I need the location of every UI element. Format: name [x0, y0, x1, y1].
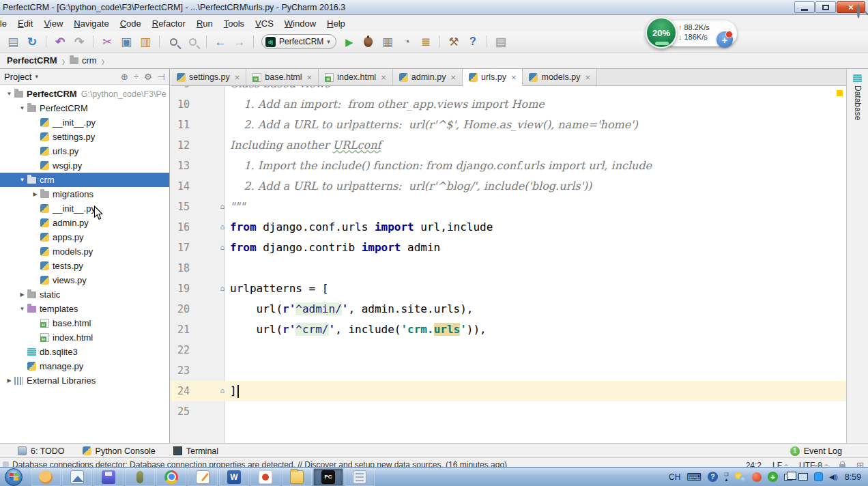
- run-configuration-select[interactable]: djPerfectCRM▾: [261, 34, 336, 49]
- collapse-all-icon[interactable]: ÷: [134, 72, 139, 82]
- tree-item-templates[interactable]: ▼templates: [0, 302, 169, 316]
- menu-item-tools[interactable]: Tools: [218, 16, 250, 31]
- menu-item-vcs[interactable]: VCS: [250, 16, 279, 31]
- editor-area[interactable]: settings.py×base.html×index.html×admin.p…: [171, 69, 846, 443]
- tab-close-icon[interactable]: ×: [450, 72, 456, 83]
- menu-item-edit[interactable]: Edit: [12, 16, 38, 31]
- debug-icon[interactable]: [360, 33, 377, 50]
- chevron-down-icon[interactable]: ▼: [4, 91, 14, 97]
- event-log-button[interactable]: 1 Event Log: [790, 446, 842, 456]
- start-button[interactable]: [2, 468, 25, 486]
- locate-icon[interactable]: ⊕: [121, 72, 128, 82]
- editor-tab-models-py[interactable]: models.py×: [523, 69, 597, 85]
- tab-close-icon[interactable]: ×: [585, 72, 590, 83]
- menu-item-file[interactable]: File: [0, 16, 12, 31]
- keyboard-icon[interactable]: ⌨: [686, 471, 701, 483]
- tree-item-db-sqlite3[interactable]: ▶db.sqlite3: [0, 345, 169, 359]
- editor-tab-urls-py[interactable]: urls.py×: [463, 69, 523, 86]
- show-hidden-icons[interactable]: ❏▲: [724, 472, 729, 482]
- sync-icon[interactable]: ↻: [23, 33, 41, 50]
- editor-tab-index-html[interactable]: index.html×: [319, 69, 393, 85]
- tree-item-index-html[interactable]: ▶index.html: [0, 330, 169, 345]
- tree-item-external-libraries[interactable]: ▶External Libraries: [0, 373, 169, 388]
- chevron-down-icon[interactable]: ▼: [17, 177, 27, 183]
- chevron-down-icon[interactable]: ▼: [17, 105, 27, 111]
- search-everywhere-icon[interactable]: [857, 5, 860, 18]
- language-indicator[interactable]: CH: [669, 472, 680, 482]
- copy-icon[interactable]: ▣: [117, 33, 135, 50]
- toolwindow-python-console[interactable]: Python Console: [83, 446, 156, 456]
- close-button[interactable]: ×: [837, 1, 865, 13]
- menu-item-view[interactable]: View: [38, 16, 68, 31]
- tree-item-wsgi-py[interactable]: ▶wsgi.py: [0, 158, 169, 173]
- error-stripe-mark[interactable]: [837, 90, 843, 96]
- editor-tab-settings-py[interactable]: settings.py×: [171, 69, 246, 85]
- tree-item-perfectcrm[interactable]: ▼PerfectCRMG:\python_code\F3\Pe: [0, 87, 169, 101]
- hide-panel-icon[interactable]: ⊣: [158, 72, 165, 82]
- tree-item-perfectcrm[interactable]: ▼PerfectCRM: [0, 101, 169, 115]
- tree-item-views-py[interactable]: ▶views.py: [0, 273, 169, 287]
- speed-overlay-widget[interactable]: ↑88.2K/s ↓186K/s 20% +: [646, 17, 741, 51]
- tree-item-crm[interactable]: ▼crm: [0, 173, 169, 187]
- chevron-right-icon[interactable]: ▶: [30, 191, 40, 197]
- editor-tab-base-html[interactable]: base.html×: [246, 69, 319, 85]
- code-editor[interactable]: 9Class-based views10 1. Add an import: f…: [171, 86, 846, 443]
- redo-icon[interactable]: ↷: [70, 33, 88, 50]
- accelerate-button[interactable]: +: [717, 31, 733, 48]
- taskbar-floppy-icon[interactable]: [93, 468, 124, 486]
- toolwindow-terminal[interactable]: Terminal: [173, 446, 218, 456]
- run-icon[interactable]: ▶: [341, 33, 358, 50]
- find-icon[interactable]: [164, 33, 182, 50]
- back-icon[interactable]: ←: [212, 33, 229, 50]
- forward-icon[interactable]: →: [231, 33, 248, 50]
- tab-close-icon[interactable]: ×: [235, 72, 240, 83]
- project-view-select[interactable]: Project ▾: [4, 72, 115, 82]
- qq-icon[interactable]: [814, 472, 823, 481]
- tab-close-icon[interactable]: ×: [381, 72, 386, 83]
- chevron-right-icon[interactable]: ▶: [17, 291, 27, 298]
- database-tool-button[interactable]: Database: [847, 74, 868, 120]
- tree-item-migrations[interactable]: ▶migrations: [0, 187, 169, 201]
- tree-item-settings-py[interactable]: ▶settings.py: [0, 130, 169, 144]
- tree-item--init-py[interactable]: ▶__init__.py: [0, 115, 169, 130]
- tree-item-base-html[interactable]: ▶base.html: [0, 316, 169, 330]
- taskbar-word-icon[interactable]: W: [219, 468, 249, 486]
- menu-item-run[interactable]: Run: [191, 16, 218, 31]
- taskbar-powerpoint-icon[interactable]: [250, 468, 280, 486]
- minimize-button[interactable]: [794, 1, 815, 13]
- tree-item-urls-py[interactable]: ▶urls.py: [0, 144, 169, 158]
- menu-item-code[interactable]: Code: [115, 16, 147, 31]
- settings-wrench-icon[interactable]: ⚒: [445, 33, 463, 50]
- menu-item-refactor[interactable]: Refactor: [147, 16, 191, 31]
- tab-close-icon[interactable]: ×: [511, 72, 517, 83]
- tree-item-static[interactable]: ▶static: [0, 287, 169, 302]
- tree-item-models-py[interactable]: ▶models.py: [0, 244, 169, 259]
- toolwindow-6-todo[interactable]: 6: TODO: [18, 446, 65, 456]
- paste-icon[interactable]: ▥: [136, 33, 154, 50]
- weather-icon[interactable]: [735, 472, 746, 482]
- taskbar-chrome-icon[interactable]: [156, 468, 186, 486]
- replace-icon[interactable]: [184, 33, 201, 50]
- help-icon[interactable]: ?: [464, 33, 482, 50]
- breadcrumb-item-perfectcrm[interactable]: PerfectCRM: [7, 55, 57, 66]
- coverage-icon[interactable]: ▦: [379, 33, 396, 50]
- tree-item-apps-py[interactable]: ▶apps.py: [0, 230, 169, 244]
- network-icon[interactable]: [798, 473, 808, 481]
- breadcrumb-item-crm[interactable]: crm: [82, 55, 97, 66]
- taskbar-pycharm-icon[interactable]: PC: [313, 468, 343, 486]
- gear-icon[interactable]: ⚙: [144, 72, 152, 82]
- menu-item-navigate[interactable]: Navigate: [68, 16, 114, 31]
- tree-item-tests-py[interactable]: ▶tests.py: [0, 259, 169, 273]
- taskbar-calculator-icon[interactable]: [345, 468, 375, 486]
- editor-tab-admin-py[interactable]: admin.py×: [393, 69, 463, 85]
- clock[interactable]: 8:59: [845, 472, 861, 482]
- taskbar-media-player-icon[interactable]: [125, 468, 155, 486]
- taskbar-notepad-icon[interactable]: [188, 468, 218, 486]
- run-task-icon[interactable]: ≣: [417, 33, 435, 50]
- chevron-down-icon[interactable]: ▼: [17, 306, 27, 312]
- taskbar-explorer-icon[interactable]: [282, 468, 312, 486]
- chevron-right-icon[interactable]: ▶: [4, 377, 14, 384]
- cut-icon[interactable]: ✂: [98, 33, 116, 50]
- help-tray-icon[interactable]: ?: [708, 472, 718, 482]
- tree-item--init-py[interactable]: ▶__init__.py: [0, 201, 169, 216]
